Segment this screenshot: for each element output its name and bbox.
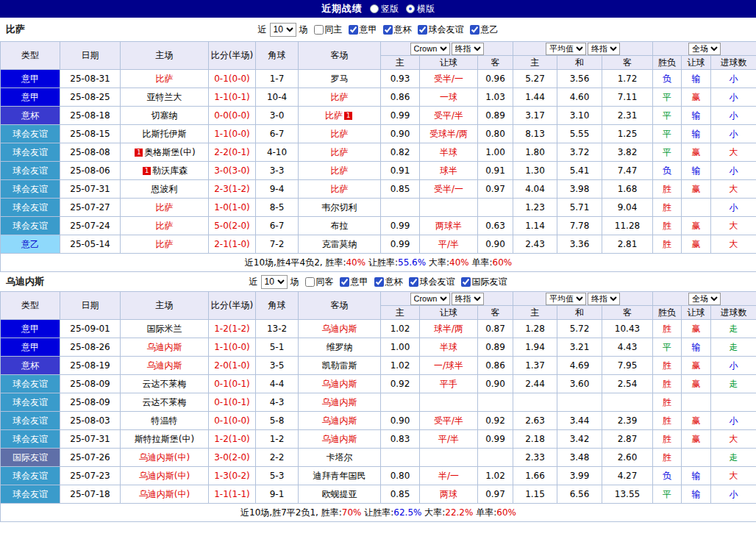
- cell-text: 0.90: [391, 129, 410, 139]
- away-team: 比萨1: [299, 107, 381, 125]
- match-row: 球会友谊25-08-061勒沃库森3-0(3-0)3-3比萨0.91球半0.91…: [1, 162, 756, 180]
- games-label: 场: [299, 24, 308, 36]
- odds-company-select[interactable]: Crown: [410, 293, 450, 305]
- cell-text: 25-09-01: [70, 324, 110, 334]
- odds-home: 0.99: [381, 235, 420, 254]
- match-row: 意甲25-09-01国际米兰1-2(1-2)13-2乌迪内斯1.02球半/两0.…: [1, 320, 756, 338]
- filter-option-5[interactable]: 意乙: [470, 24, 499, 36]
- filter-controls: 近10场同客意甲意杯球会友谊国际友谊: [249, 275, 507, 289]
- cell-text: 乌迪内斯: [147, 342, 182, 352]
- away-team: 维罗纳: [299, 338, 381, 357]
- filter-option-5[interactable]: 国际友谊: [461, 276, 507, 288]
- score: 2-3(1-2): [209, 180, 256, 199]
- cell-text: 比萨: [156, 221, 174, 231]
- filter-option-1[interactable]: 同主: [314, 24, 343, 36]
- cell-text: 意乙: [21, 239, 39, 249]
- avg-draw: [557, 393, 602, 412]
- corners: 1-2: [256, 430, 299, 449]
- cell-text: 小: [730, 74, 738, 84]
- match-row: 意甲25-08-25亚特兰大1-1(0-1)10-4比萨0.86一球1.031.…: [1, 88, 756, 107]
- odds-stage-select[interactable]: 终指: [452, 43, 484, 55]
- match-date: 25-07-27: [60, 199, 121, 217]
- filter-checkbox[interactable]: [461, 277, 471, 287]
- layout-radio-icon[interactable]: [406, 4, 415, 13]
- match-count-select[interactable]: 10: [270, 23, 296, 37]
- sub-col-header: 让球: [682, 56, 711, 70]
- goals-total: 走: [711, 320, 756, 338]
- cell-text: 0.93: [391, 74, 410, 84]
- filter-checkbox[interactable]: [470, 25, 479, 35]
- avg-type-select[interactable]: 平均值: [546, 293, 586, 305]
- filter-option-2[interactable]: 意甲: [349, 24, 377, 36]
- filter-option-3[interactable]: 意杯: [374, 276, 403, 288]
- avg-draw: 6.56: [557, 485, 602, 504]
- cell-text: 0-0(0-0): [214, 110, 250, 121]
- cell-text: 比萨: [331, 129, 349, 139]
- avg-stage-select[interactable]: 终指: [588, 43, 620, 55]
- match-date: 25-08-06: [60, 162, 121, 180]
- filter-option-3[interactable]: 意杯: [383, 24, 412, 36]
- match-type: 意甲: [1, 70, 60, 88]
- odds-home: 0.91: [381, 162, 420, 180]
- result-scope-select[interactable]: 全场: [688, 293, 721, 305]
- odds-company-select[interactable]: Crown: [410, 43, 450, 55]
- team-name: 乌迪内斯: [6, 275, 44, 288]
- filter-checkbox[interactable]: [418, 25, 427, 35]
- cell-text: 3.36: [570, 239, 590, 249]
- cell-text: 4-4: [270, 379, 285, 389]
- result-scope-select[interactable]: 全场: [688, 43, 721, 55]
- layout-option-1[interactable]: 竖版: [370, 3, 399, 15]
- odds-away: 0.87: [478, 320, 513, 338]
- filter-checkbox[interactable]: [383, 25, 393, 35]
- match-date: 25-08-09: [60, 393, 121, 412]
- sub-col-header: 胜负: [653, 306, 682, 320]
- cell-text: 3.56: [570, 74, 590, 84]
- cell-text: 平/半: [438, 239, 459, 249]
- filter-checkbox[interactable]: [374, 277, 384, 287]
- filter-option-4[interactable]: 球会友谊: [418, 24, 464, 36]
- avg-type-select[interactable]: 平均值: [546, 43, 586, 55]
- cell-text: 输: [692, 129, 701, 139]
- cell-text: 意杯: [21, 360, 39, 371]
- cell-text: 3.10: [570, 110, 590, 121]
- odds-handicap: 两球: [420, 485, 478, 504]
- cell-text: 25-08-19: [70, 360, 110, 371]
- filter-checkbox[interactable]: [409, 277, 418, 287]
- cell-text: 3-5: [270, 360, 285, 371]
- filter-checkbox[interactable]: [314, 25, 324, 35]
- cell-text: 2.39: [618, 415, 638, 426]
- cell-text: 3-3: [270, 165, 285, 176]
- odds-stage-select[interactable]: 终指: [452, 293, 484, 305]
- cell-text: 负: [663, 165, 671, 176]
- corners: 5-3: [256, 467, 299, 485]
- match-count-select[interactable]: 10: [261, 275, 288, 289]
- cell-text: 赢: [692, 360, 701, 371]
- layout-radio-icon[interactable]: [370, 4, 379, 13]
- avg-home: 2.33: [513, 449, 557, 467]
- filter-checkbox[interactable]: [305, 277, 315, 287]
- avg-draw: 5.71: [557, 199, 602, 217]
- filter-checkbox[interactable]: [340, 277, 349, 287]
- cell-text: 意甲: [21, 92, 39, 102]
- cell-text: 9-1: [270, 489, 285, 499]
- match-date: 25-08-26: [60, 338, 121, 357]
- filter-option-1[interactable]: 同客: [305, 276, 334, 288]
- filter-checkbox[interactable]: [349, 25, 358, 35]
- match-type: 意乙: [1, 235, 60, 254]
- cell-text: 走: [730, 324, 738, 334]
- score: 3-0(2-0): [209, 449, 256, 467]
- away-team: 乌迪内斯: [299, 393, 381, 412]
- avg-draw: 3.10: [557, 107, 602, 125]
- cell-text: 0.85: [391, 184, 410, 194]
- filter-checkbox-label: 意杯: [394, 24, 412, 36]
- layout-option-2[interactable]: 横版: [406, 3, 435, 15]
- cell-text: 赢: [692, 147, 701, 157]
- cell-text: 0.89: [485, 342, 505, 352]
- match-date: 25-08-03: [60, 412, 121, 430]
- match-date: 25-07-31: [60, 430, 121, 449]
- avg-stage-select[interactable]: 终指: [588, 293, 620, 305]
- result: 胜: [653, 449, 682, 467]
- filter-option-4[interactable]: 球会友谊: [409, 276, 455, 288]
- handicap-result: 赢: [682, 375, 711, 393]
- filter-option-2[interactable]: 意甲: [340, 276, 368, 288]
